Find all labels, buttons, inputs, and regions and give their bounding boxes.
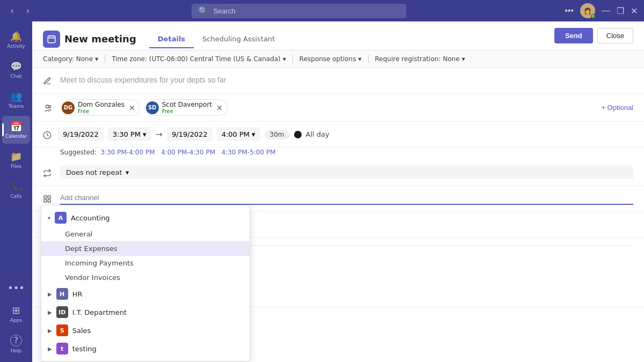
close-button[interactable]: Close [597, 28, 633, 43]
it-group-icon: ID [56, 306, 68, 318]
attendee-avatar-dom: DG [62, 101, 75, 114]
channel-dept-expenses[interactable]: Dept Expenses [41, 241, 250, 256]
attendee-chips: DG Dom Gonzales Free ✕ SD [60, 99, 633, 116]
toolbar-sep-2 [292, 55, 293, 63]
timezone-selector[interactable]: Time zone: (UTC-06:00) Central Time (US … [112, 55, 286, 63]
dropdown-group-header-accounting[interactable]: ▾ A Accounting [41, 209, 250, 227]
apps-icon: ⊞ [12, 305, 20, 316]
channel-vendor-invoices[interactable]: Vendor Invoices [41, 270, 250, 285]
sidebar-item-help[interactable]: ? Help [2, 330, 30, 358]
send-button[interactable]: Send [554, 28, 593, 43]
suggested-row: Suggested: 3:30 PM-4:00 PM 4:00 PM-4:30 … [32, 147, 644, 160]
suggested-time-2[interactable]: 4:00 PM-4:30 PM [161, 149, 215, 156]
minimize-button[interactable]: — [602, 6, 610, 16]
sidebar-item-teams[interactable]: 👥 Teams [2, 86, 30, 114]
attendee-info-scot: Scot Davenport Free [162, 101, 212, 114]
suggested-time-1[interactable]: 3:30 PM-4:00 PM [100, 149, 155, 156]
meeting-tabs: Details Scheduling Assistant [149, 31, 283, 48]
subject-input[interactable] [60, 73, 633, 86]
channel-icon [41, 193, 54, 205]
sidebar-item-calendar[interactable]: 📅 Calendar [2, 116, 30, 144]
search-input[interactable] [213, 7, 400, 15]
all-day-dot [294, 131, 302, 138]
meeting-actions: Send Close [554, 28, 633, 50]
start-time-select[interactable]: 3:30 PM ▾ [108, 128, 151, 141]
channel-content: ▾ A Accounting General Dept Expenses Inc… [60, 191, 633, 205]
channel-input[interactable] [60, 191, 633, 205]
channel-general[interactable]: General [41, 227, 250, 241]
repeat-content: Does not repeat ▾ [60, 166, 633, 179]
suggested-time-3[interactable]: 4:30 PM-5:00 PM [221, 149, 275, 156]
accounting-group-name: Accounting [71, 214, 110, 222]
category-selector[interactable]: Category: None ▾ [43, 55, 98, 63]
more-options-button[interactable]: ••• [565, 6, 574, 16]
svg-point-5 [49, 105, 51, 107]
search-icon: 🔍 [198, 6, 209, 16]
restore-button[interactable]: ❐ [617, 6, 624, 16]
dropdown-group-header-testing[interactable]: ▶ t testing [41, 339, 250, 358]
chevron-right-icon-sales: ▶ [48, 328, 52, 334]
category-chevron-icon: ▾ [95, 55, 98, 63]
dropdown-group-it: ▶ ID I.T. Department [41, 303, 250, 321]
registration-selector[interactable]: Require registration: None ▾ [375, 55, 465, 63]
start-time-label: 3:30 PM [113, 130, 141, 138]
sidebar-label-teams: Teams [9, 104, 24, 109]
it-group-name: I.T. Department [72, 308, 127, 316]
dropdown-group-header-sales[interactable]: ▶ S Sales [41, 321, 250, 339]
sidebar-item-activity[interactable]: 🔔 Activity [2, 26, 30, 54]
nav-back-button[interactable]: ‹ [6, 4, 18, 18]
repeat-label: Does not repeat [66, 168, 122, 176]
end-time-label: 4:00 PM [222, 130, 250, 138]
sidebar-item-apps[interactable]: ⊞ Apps [2, 300, 30, 328]
tab-scheduling[interactable]: Scheduling Assistant [194, 31, 283, 48]
response-options-selector[interactable]: Response options ▾ [299, 55, 362, 63]
attendee-status-dom: Free [78, 108, 125, 114]
dropdown-group-header-it[interactable]: ▶ ID I.T. Department [41, 303, 250, 321]
remove-dom-button[interactable]: ✕ [129, 104, 135, 112]
end-date-input[interactable]: 9/19/2022 [167, 128, 213, 141]
sidebar-item-files[interactable]: 📁 Files [2, 146, 30, 174]
dropdown-group-testing: ▶ t testing [41, 339, 250, 358]
subject-icon [41, 75, 54, 87]
datetime-icon [41, 129, 54, 142]
teams-icon: 👥 [10, 91, 22, 102]
dropdown-group-header-hr[interactable]: ▶ H HR [41, 285, 250, 303]
registration-chevron-icon: ▾ [462, 55, 465, 63]
close-window-button[interactable]: ✕ [631, 6, 638, 16]
svg-rect-0 [48, 36, 55, 43]
start-date-input[interactable]: 9/19/2022 [58, 128, 104, 141]
end-time-select[interactable]: 4:00 PM ▾ [217, 128, 260, 141]
repeat-select[interactable]: Does not repeat ▾ [60, 166, 633, 179]
chevron-down-icon: ▾ [48, 215, 50, 221]
svg-point-4 [46, 105, 48, 108]
calendar-icon: 📅 [10, 121, 22, 132]
tab-details[interactable]: Details [149, 31, 194, 48]
sales-group-icon: S [56, 324, 68, 336]
sidebar-more[interactable]: ••• [3, 278, 29, 298]
suggested-label: Suggested: [60, 149, 97, 156]
sidebar-item-chat[interactable]: 💬 Chat [2, 56, 30, 84]
repeat-icon [41, 167, 54, 180]
calls-icon: 📞 [10, 181, 22, 192]
toolbar-row: Category: None ▾ Time zone: (UTC-06:00) … [32, 50, 644, 68]
meeting-icon [43, 31, 60, 48]
optional-button[interactable]: + Optional [601, 104, 633, 112]
remove-scot-button[interactable]: ✕ [216, 104, 223, 112]
avatar-status [591, 14, 595, 18]
activity-icon: 🔔 [10, 31, 22, 42]
attendees-content: DG Dom Gonzales Free ✕ SD [60, 99, 633, 116]
nav-forward-button[interactable]: › [22, 4, 33, 18]
meeting-title: New meeting [64, 33, 136, 45]
dropdown-group-hr: ▶ H HR [41, 285, 250, 303]
testing-group-name: testing [72, 345, 97, 353]
channel-incoming-payments[interactable]: Incoming Payments [41, 256, 250, 270]
subject-content [60, 73, 633, 86]
chevron-right-icon-it: ▶ [48, 309, 52, 315]
datetime-content: 9/19/2022 3:30 PM ▾ → 9/19/2022 4:00 PM … [58, 128, 633, 141]
toolbar-sep-1 [105, 55, 105, 63]
chevron-right-icon-testing: ▶ [48, 346, 52, 352]
files-icon: 📁 [10, 151, 22, 162]
sidebar-item-calls[interactable]: 📞 Calls [2, 176, 30, 204]
toolbar-sep-3 [368, 55, 369, 63]
registration-label: Require registration: None [375, 55, 460, 63]
